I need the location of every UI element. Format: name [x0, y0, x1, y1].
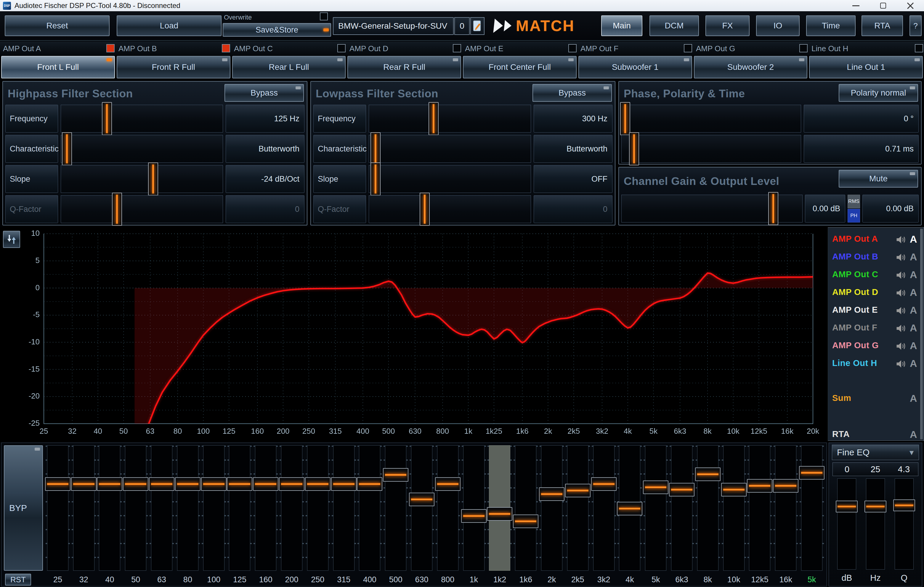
eq-band-handle[interactable] — [695, 467, 721, 481]
eq-band-handle[interactable] — [721, 483, 747, 497]
legend-mute-button[interactable] — [896, 359, 907, 370]
fine-eq-track[interactable] — [866, 478, 885, 569]
gain-slider-handle[interactable] — [768, 192, 778, 225]
eq-band-handle[interactable] — [461, 509, 487, 523]
eq-band-handle[interactable] — [617, 502, 642, 515]
highpass-bypass-button[interactable]: Bypass — [224, 84, 304, 102]
eq-band-track[interactable] — [801, 445, 822, 571]
channel-button-rear-l-full[interactable]: Rear L Full — [232, 56, 346, 78]
eq-band-handle[interactable] — [591, 477, 617, 491]
highpass-slider-track[interactable] — [61, 195, 223, 223]
legend-mute-button[interactable] — [896, 341, 907, 352]
overwrite-checkbox[interactable] — [320, 12, 328, 20]
channel-button-subwoofer-2[interactable]: Subwoofer 2 — [694, 56, 808, 78]
eq-band-track[interactable] — [385, 445, 406, 571]
legend-auto-button[interactable]: A — [910, 251, 917, 263]
eq-band-track[interactable] — [411, 445, 432, 571]
eq-band-handle[interactable] — [487, 507, 512, 521]
fine-eq-track[interactable] — [895, 478, 914, 569]
phase-slider-track[interactable] — [621, 105, 801, 133]
legend-mute-button[interactable] — [896, 306, 907, 317]
eq-band-handle[interactable] — [71, 477, 97, 491]
eq-band-track[interactable] — [593, 445, 614, 571]
lowpass-slider-handle[interactable] — [429, 102, 439, 135]
highpass-slider-handle[interactable] — [62, 132, 72, 165]
eq-band-track[interactable] — [749, 445, 770, 571]
nav-tab-time[interactable]: Time — [806, 15, 856, 36]
lowpass-slider-track[interactable] — [369, 195, 531, 223]
eq-band-handle[interactable] — [773, 479, 799, 493]
eq-band-track[interactable] — [567, 445, 589, 571]
setup-counter-field[interactable]: 0 — [454, 17, 470, 35]
eq-band-track[interactable] — [463, 445, 485, 571]
eq-band-track[interactable] — [99, 445, 120, 571]
maximize-button[interactable] — [870, 0, 897, 11]
rms-toggle[interactable]: RMS — [848, 195, 860, 208]
eq-band-handle[interactable] — [279, 477, 304, 491]
lowpass-slider-handle[interactable] — [420, 192, 430, 226]
highpass-slider-track[interactable] — [61, 165, 223, 193]
eq-band-handle[interactable] — [45, 477, 71, 491]
gain-slider-track[interactable] — [621, 195, 803, 222]
eq-band-track[interactable] — [47, 445, 68, 571]
minimize-button[interactable] — [842, 0, 870, 11]
eq-band-track[interactable] — [515, 445, 536, 571]
eq-band-handle[interactable] — [799, 466, 825, 480]
eq-band-handle[interactable] — [383, 468, 408, 482]
lowpass-slider-track[interactable] — [369, 165, 531, 193]
eq-band-track[interactable] — [203, 445, 224, 571]
eq-band-handle[interactable] — [357, 477, 382, 491]
eq-band-handle[interactable] — [565, 484, 591, 497]
eq-band-handle[interactable] — [409, 493, 434, 506]
highpass-slider-handle[interactable] — [102, 102, 112, 135]
app-icon[interactable]: DSP — [3, 2, 11, 10]
eq-band-handle[interactable] — [747, 479, 772, 493]
edit-setup-button[interactable] — [470, 17, 485, 35]
eq-band-handle[interactable] — [175, 477, 201, 491]
eq-band-handle[interactable] — [305, 477, 330, 491]
channel-button-front-l-full[interactable]: Front L Full — [1, 56, 115, 78]
channel-link-checkbox[interactable] — [799, 44, 808, 53]
eq-band-track[interactable] — [645, 445, 667, 571]
channel-tab-amp-out-d[interactable]: AMP Out D — [346, 41, 462, 56]
channel-link-checkbox[interactable] — [915, 44, 923, 53]
load-button[interactable]: Load — [117, 15, 221, 36]
channel-button-line-out-1[interactable]: Line Out 1 — [809, 56, 923, 78]
channel-tab-line-out-h[interactable]: Line Out H — [808, 41, 924, 56]
setup-name-field[interactable]: BMW-General-Setup-for-SUV — [333, 17, 454, 35]
channel-button-front-center-full[interactable]: Front Center Full — [463, 56, 577, 78]
ph-toggle[interactable]: PH — [848, 209, 860, 222]
highpass-slider-track[interactable] — [61, 105, 223, 133]
axis-scale-button[interactable] — [3, 231, 20, 248]
legend-auto-button[interactable]: A — [910, 304, 917, 316]
channel-tab-amp-out-e[interactable]: AMP Out E — [462, 41, 578, 56]
legend-auto-button[interactable]: A — [910, 393, 917, 404]
nav-tab-main[interactable]: Main — [601, 15, 642, 36]
fine-eq-track[interactable] — [837, 478, 856, 569]
eq-band-handle[interactable] — [97, 477, 122, 491]
eq-band-track[interactable] — [177, 445, 198, 571]
nav-tab-rta[interactable]: RTA — [861, 15, 903, 36]
channel-tab-amp-out-f[interactable]: AMP Out F — [578, 41, 693, 56]
channel-tab-amp-out-g[interactable]: AMP Out G — [693, 41, 808, 56]
lowpass-slider-handle[interactable] — [371, 132, 381, 165]
lowpass-slider-track[interactable] — [369, 135, 531, 163]
lowpass-slider-track[interactable] — [369, 105, 531, 133]
phase-slider-track[interactable] — [621, 135, 801, 163]
polarity-button[interactable]: Polarity normal — [839, 84, 918, 102]
channel-tab-amp-out-c[interactable]: AMP Out C — [231, 41, 346, 56]
lowpass-bypass-button[interactable]: Bypass — [533, 84, 612, 102]
channel-tab-amp-out-b[interactable]: AMP Out B — [116, 41, 231, 56]
eq-band-track[interactable] — [255, 445, 276, 571]
legend-auto-button[interactable]: A — [910, 269, 917, 281]
channel-link-checkbox[interactable] — [222, 44, 230, 53]
eq-band-track[interactable] — [333, 445, 355, 571]
channel-tab-amp-out-a[interactable]: AMP Out A — [0, 41, 116, 56]
eq-band-track[interactable] — [723, 445, 744, 571]
legend-auto-button[interactable]: A — [910, 340, 917, 352]
eq-band-track[interactable] — [307, 445, 328, 571]
reset-button[interactable]: Reset — [5, 15, 110, 36]
phase-slider-handle[interactable] — [620, 102, 630, 135]
channel-link-checkbox[interactable] — [106, 44, 115, 53]
nav-tab-dcm[interactable]: DCM — [650, 15, 699, 36]
